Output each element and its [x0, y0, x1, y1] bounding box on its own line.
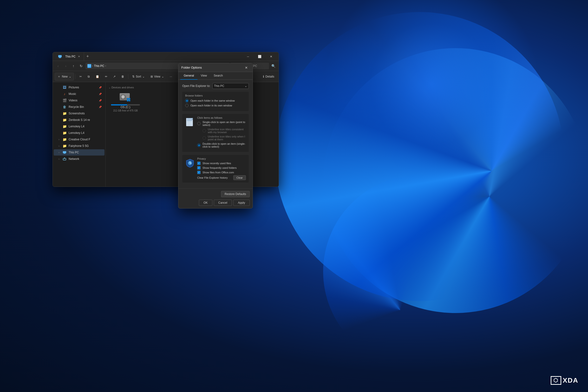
- show-frequent-checkbox[interactable]: [197, 166, 200, 170]
- new-button[interactable]: ＋ New ⌄: [55, 73, 74, 80]
- ok-button[interactable]: OK: [199, 200, 212, 206]
- fairphone-icon: 📁: [62, 144, 67, 148]
- double-click-label: Double-click to open an item (single-cli…: [202, 142, 246, 148]
- single-click-row: Single-click to open an item (point to s…: [197, 121, 246, 126]
- tab-general[interactable]: General: [180, 72, 198, 80]
- open-file-explorer-select[interactable]: This PC ⌄: [212, 83, 249, 89]
- tab-bar: This PC ✕ +: [55, 52, 91, 61]
- svg-rect-9: [63, 158, 66, 160]
- close-button[interactable]: ✕: [266, 52, 277, 61]
- delete-button[interactable]: 🗑: [119, 73, 127, 80]
- sidebar-item-zenbook[interactable]: 📁 Zenbook S 14 re: [54, 117, 104, 123]
- copy-button[interactable]: ⧉: [85, 73, 92, 80]
- apply-button[interactable]: Apply: [233, 200, 250, 206]
- underline-consistent-radio[interactable]: [202, 129, 206, 132]
- show-recent-checkbox[interactable]: [197, 162, 200, 165]
- show-recent-row: Show recently used files: [197, 162, 246, 165]
- refresh-button[interactable]: ↻: [78, 62, 84, 69]
- cut-button[interactable]: ✂: [77, 73, 84, 80]
- browse-folders-title: Browse folders: [185, 94, 246, 97]
- clear-button[interactable]: Clear: [233, 175, 246, 180]
- svg-rect-3: [88, 65, 91, 67]
- sidebar-item-rachels-photos[interactable]: 📁 Lemokey L4: [54, 123, 104, 130]
- underline-point-label: Underline icon titles only when I point …: [208, 135, 246, 141]
- sidebar-label-creative-cloud: Creative Cloud F: [68, 138, 90, 141]
- share-button[interactable]: ↗: [111, 73, 118, 80]
- single-click-label: Single-click to open an item (point to s…: [202, 121, 246, 126]
- drive-size: 211 GB free of 475 GB: [113, 109, 138, 112]
- dialog-title: Folder Options: [181, 66, 243, 69]
- sidebar-item-videos[interactable]: 🎬 Videos 📌: [54, 97, 104, 104]
- new-chevron: ⌄: [69, 75, 71, 78]
- svg-rect-1: [59, 57, 61, 58]
- sort-button[interactable]: ⇅ Sort ⌄: [130, 73, 147, 80]
- sidebar-label-fairphone: Fairphone 5 5G: [68, 144, 88, 148]
- details-button[interactable]: ℹ Details: [260, 73, 277, 80]
- tab-title: This PC: [65, 55, 76, 58]
- tab-search[interactable]: Search: [210, 72, 226, 80]
- view-chevron: ⌄: [162, 75, 164, 78]
- browse-radio-2[interactable]: [185, 104, 188, 107]
- sidebar-item-this-pc[interactable]: › This PC: [54, 149, 104, 156]
- search-expand-button[interactable]: 🔍: [270, 62, 277, 69]
- sidebar-item-pictures[interactable]: 🖼 Pictures 📌: [54, 84, 104, 90]
- back-button[interactable]: ‹: [55, 62, 62, 69]
- drive-item-os-c[interactable]: OS (C:) 211 GB free of 475 GB: [108, 91, 142, 114]
- maximize-button[interactable]: ⬜: [254, 52, 265, 61]
- drive-label: OS (C:): [121, 106, 130, 109]
- sidebar-label-pictures: Pictures: [68, 86, 79, 89]
- lemokey-icon: 📁: [62, 131, 67, 135]
- show-office-label: Show files from Office.com: [202, 171, 234, 174]
- tab-close-button[interactable]: ✕: [77, 55, 81, 58]
- browse-option-1-row: Open each folder in the same window: [185, 99, 246, 102]
- sidebar-label-recycle-bin: Recycle Bin: [68, 105, 84, 108]
- cancel-button[interactable]: Cancel: [214, 200, 232, 206]
- sidebar-item-screenshots[interactable]: 📁 Screenshots: [54, 110, 104, 116]
- up-button[interactable]: ↑: [70, 62, 77, 69]
- show-office-checkbox[interactable]: [197, 171, 200, 174]
- dialog-close-button[interactable]: ✕: [243, 64, 250, 71]
- click-options: Click items as follows Single-click to o…: [197, 116, 246, 150]
- clear-history-row: Clear File Explorer history Clear: [197, 175, 246, 180]
- view-icon: ⊞: [150, 75, 153, 78]
- browse-radio-1[interactable]: [185, 99, 188, 102]
- select-chevron: ⌄: [245, 84, 247, 88]
- more-icon: ···: [170, 75, 172, 78]
- restore-row: Restore Defaults: [181, 191, 250, 197]
- explorer-tab[interactable]: This PC ✕: [55, 52, 84, 61]
- section-title: Devices and drives: [112, 86, 134, 89]
- xda-logo-text: XDA: [563, 376, 578, 384]
- privacy-title: Privacy: [197, 157, 246, 160]
- svg-rect-7: [64, 153, 65, 154]
- sidebar-item-creative-cloud[interactable]: › 📁 Creative Cloud F: [54, 136, 104, 142]
- sidebar-item-network[interactable]: › Network: [54, 156, 104, 162]
- new-icon: ＋: [57, 74, 61, 79]
- open-file-explorer-value: This PC: [214, 84, 224, 88]
- sidebar-item-recycle-bin[interactable]: 🗑 Recycle Bin 📌: [54, 104, 104, 110]
- tab-view[interactable]: View: [198, 72, 210, 80]
- single-click-radio[interactable]: [197, 122, 200, 125]
- sidebar-label-lemokey: Lemokey L4: [68, 131, 84, 134]
- paste-button[interactable]: 📋: [93, 73, 102, 80]
- music-pin: 📌: [99, 93, 102, 95]
- toolbar-right: ℹ Details: [260, 73, 277, 80]
- sidebar-item-lemokey[interactable]: 📁 Lemokey L4: [54, 130, 104, 136]
- sidebar-item-fairphone[interactable]: › 📁 Fairphone 5 5G: [54, 143, 104, 149]
- recycle-bin-icon: 🗑: [62, 105, 67, 109]
- underline-point-radio[interactable]: [202, 136, 206, 140]
- view-button[interactable]: ⊞ View ⌄: [148, 73, 166, 80]
- dialog-footer: Restore Defaults OK Cancel Apply: [178, 188, 252, 208]
- share-icon: ↗: [113, 75, 116, 78]
- sidebar: 🖼 Pictures 📌 ♪ Music 📌 🎬 Videos 📌 🗑 Recy…: [53, 82, 106, 186]
- sidebar-item-music[interactable]: ♪ Music 📌: [54, 91, 104, 97]
- recycle-pin: 📌: [99, 106, 102, 108]
- minimize-button[interactable]: ─: [242, 52, 254, 61]
- click-items-section: Click items as follows Single-click to o…: [182, 114, 249, 152]
- more-button[interactable]: ···: [167, 73, 174, 80]
- sidebar-label-videos: Videos: [68, 99, 77, 102]
- new-tab-button[interactable]: +: [84, 53, 91, 60]
- forward-button[interactable]: ›: [62, 62, 69, 69]
- restore-defaults-button[interactable]: Restore Defaults: [221, 191, 250, 197]
- rename-button[interactable]: ✏: [102, 73, 110, 80]
- double-click-radio[interactable]: [197, 144, 200, 147]
